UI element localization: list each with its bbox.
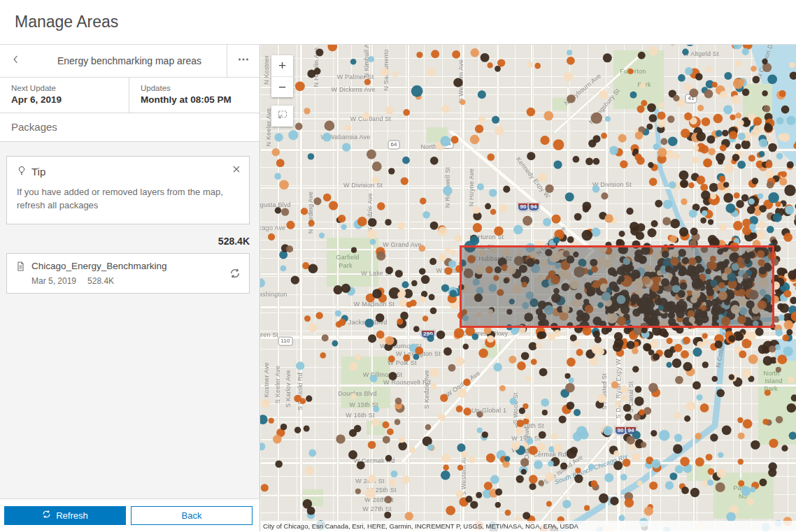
lightbulb-icon bbox=[17, 165, 27, 178]
panel-header: Energy benchmarking map areas bbox=[0, 45, 260, 78]
document-icon bbox=[15, 261, 26, 272]
back-button[interactable]: Back bbox=[131, 506, 253, 525]
map-area-extent-rectangle[interactable] bbox=[460, 245, 774, 328]
map-controls: + − bbox=[271, 55, 293, 127]
map[interactable]: W Palmer StW Dickens AveW Cortland StW W… bbox=[260, 45, 796, 531]
package-name: Chicago_Energy_Benchmarking bbox=[31, 261, 224, 271]
back-button-label: Back bbox=[182, 510, 202, 521]
schedule-info-row: Next Update Apr 6, 2019 Updates Monthly … bbox=[0, 78, 260, 113]
next-update-cell: Next Update Apr 6, 2019 bbox=[0, 78, 129, 113]
app-header: Manage Areas bbox=[0, 0, 796, 45]
page-title: Manage Areas bbox=[15, 13, 118, 31]
back-chevron-button[interactable] bbox=[0, 45, 32, 77]
package-meta: Mar 5, 2019 528.4K bbox=[31, 276, 224, 286]
updates-value: Monthly at 08:05 PM bbox=[141, 94, 232, 105]
ellipsis-icon bbox=[237, 54, 250, 68]
packages-section-label: Packages bbox=[0, 113, 260, 142]
package-refresh-icon[interactable] bbox=[229, 268, 241, 279]
package-date: Mar 5, 2019 bbox=[31, 276, 76, 286]
refresh-button[interactable]: Refresh bbox=[4, 506, 126, 525]
total-package-size: 528.4K bbox=[0, 236, 250, 247]
chevron-left-icon bbox=[11, 54, 21, 68]
tip-card: Tip If you have added or removed layers … bbox=[6, 156, 250, 224]
extent-icon bbox=[276, 109, 288, 123]
packages-body: Tip If you have added or removed layers … bbox=[0, 142, 260, 498]
map-attribution: City of Chicago, Esri Canada, Esri, HERE… bbox=[260, 521, 796, 531]
package-size: 528.4K bbox=[87, 276, 114, 286]
updates-label: Updates bbox=[141, 84, 232, 92]
tip-header: Tip bbox=[17, 165, 239, 178]
tip-close-button[interactable] bbox=[232, 165, 241, 173]
refresh-icon bbox=[42, 510, 51, 521]
updates-cell: Updates Monthly at 08:05 PM bbox=[129, 78, 243, 113]
next-update-value: Apr 6, 2019 bbox=[11, 94, 118, 105]
default-extent-button[interactable] bbox=[271, 106, 293, 127]
tip-title: Tip bbox=[31, 166, 45, 178]
close-icon bbox=[232, 164, 241, 175]
manage-areas-panel: Energy benchmarking map areas Next Updat… bbox=[0, 45, 260, 531]
zoom-in-button[interactable]: + bbox=[271, 55, 293, 76]
main-layout: Energy benchmarking map areas Next Updat… bbox=[0, 45, 796, 531]
package-list-item[interactable]: Chicago_Energy_Benchmarking Mar 5, 2019 … bbox=[6, 253, 250, 294]
zoom-control: + − bbox=[271, 55, 293, 97]
next-update-label: Next Update bbox=[11, 84, 118, 92]
zoom-out-button[interactable]: − bbox=[271, 76, 293, 97]
tip-body-text: If you have added or removed layers from… bbox=[17, 186, 239, 213]
more-options-button[interactable] bbox=[227, 45, 260, 77]
refresh-button-label: Refresh bbox=[56, 510, 88, 521]
panel-footer: Refresh Back bbox=[0, 498, 260, 531]
panel-title: Energy benchmarking map areas bbox=[32, 45, 227, 77]
